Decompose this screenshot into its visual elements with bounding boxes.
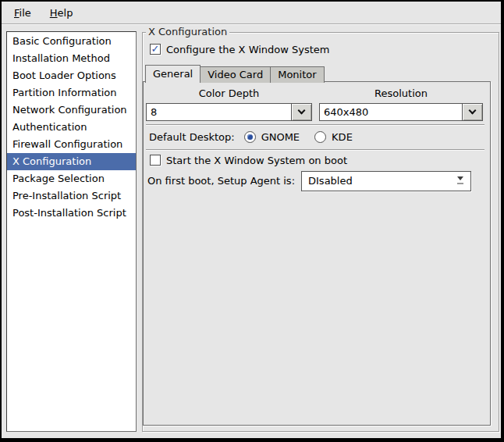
color-depth-value: 8 <box>146 103 291 121</box>
sidebar-item-partition-information[interactable]: Partition Information <box>7 84 136 102</box>
tab-general[interactable]: General <box>145 65 201 83</box>
menu-help-mnemonic: H <box>50 7 58 19</box>
separator <box>146 124 484 126</box>
start-x-checkbox-row: Start the X Window System on boot <box>150 154 347 166</box>
tab-monitor[interactable]: Monitor <box>271 66 324 83</box>
sidebar-item-network-configuration[interactable]: Network Configuration <box>7 102 136 119</box>
configure-x-checkbox-row: ✓ Configure the X Window System <box>150 43 330 55</box>
tab-video-card[interactable]: Video Card <box>201 66 271 83</box>
configure-x-checkbox-label: Configure the X Window System <box>166 44 330 55</box>
sidebar-item-basic-configuration[interactable]: Basic Configuration <box>7 33 136 50</box>
color-depth-dropdown-button[interactable] <box>291 103 312 121</box>
menu-file-rest: ile <box>20 7 31 19</box>
category-list: Basic Configuration Installation Method … <box>6 31 137 432</box>
menu-help-rest: elp <box>58 7 73 19</box>
tab-bar: General Video Card Monitor <box>145 65 325 83</box>
radio-kde[interactable] <box>314 131 326 143</box>
color-depth-select[interactable]: 8 <box>146 103 312 121</box>
start-x-checkbox-label: Start the X Window System on boot <box>166 155 347 166</box>
section-title: X Configuration <box>146 26 229 37</box>
menubar: File Help <box>2 2 501 24</box>
setup-agent-label: On first boot, Setup Agent is: <box>147 175 295 187</box>
color-depth-field: Color Depth 8 <box>146 87 312 121</box>
sidebar-item-firewall-configuration[interactable]: Firewall Configuration <box>7 136 136 153</box>
setup-agent-select[interactable]: DIsabled <box>301 171 471 191</box>
chevron-down-icon <box>469 107 477 115</box>
setup-agent-row: On first boot, Setup Agent is: DIsabled <box>147 170 471 191</box>
sidebar-item-boot-loader-options[interactable]: Boot Loader Options <box>7 67 136 84</box>
dropdown-arrow-icon <box>457 176 463 184</box>
radio-selected-dot <box>247 134 253 140</box>
sidebar-item-post-installation-script[interactable]: Post-Installation Script <box>7 205 136 222</box>
radio-kde-label: KDE <box>332 131 353 143</box>
separator <box>146 149 484 151</box>
resolution-field: Resolution 640x480 <box>319 87 483 121</box>
sidebar-item-package-selection[interactable]: Package Selection <box>7 170 136 187</box>
radio-gnome-label: GNOME <box>261 131 300 143</box>
menu-file[interactable]: File <box>6 4 39 22</box>
menu-help[interactable]: Help <box>42 4 81 22</box>
chevron-down-icon <box>298 107 306 115</box>
color-depth-label: Color Depth <box>146 87 312 100</box>
configure-x-checkbox[interactable]: ✓ <box>150 44 161 55</box>
general-tab-panel: Color Depth 8 Resolution 640x480 Defau <box>143 81 491 426</box>
radio-kde-group[interactable]: KDE <box>314 131 353 143</box>
sidebar-item-x-configuration[interactable]: X Configuration <box>7 153 136 170</box>
default-desktop-row: Default Desktop: GNOME KDE <box>149 128 367 145</box>
sidebar-item-authentication[interactable]: Authentication <box>7 119 136 136</box>
default-desktop-label: Default Desktop: <box>149 131 235 143</box>
start-x-checkbox[interactable] <box>150 155 161 166</box>
radio-gnome-group[interactable]: GNOME <box>244 131 300 143</box>
sidebar-item-pre-installation-script[interactable]: Pre-Installation Script <box>7 187 136 205</box>
sidebar-item-installation-method[interactable]: Installation Method <box>7 50 136 67</box>
resolution-select[interactable]: 640x480 <box>319 103 483 121</box>
setup-agent-value: DIsabled <box>302 175 353 187</box>
checkmark-icon: ✓ <box>151 45 160 54</box>
kickstart-configurator-window: File Help Basic Configuration Installati… <box>0 0 504 442</box>
x-configuration-section: X Configuration ✓ Configure the X Window… <box>142 32 499 432</box>
resolution-value: 640x480 <box>319 103 462 121</box>
radio-gnome[interactable] <box>244 131 256 143</box>
resolution-label: Resolution <box>319 87 483 100</box>
window-body: File Help Basic Configuration Installati… <box>2 2 501 438</box>
resolution-dropdown-button[interactable] <box>462 103 483 121</box>
